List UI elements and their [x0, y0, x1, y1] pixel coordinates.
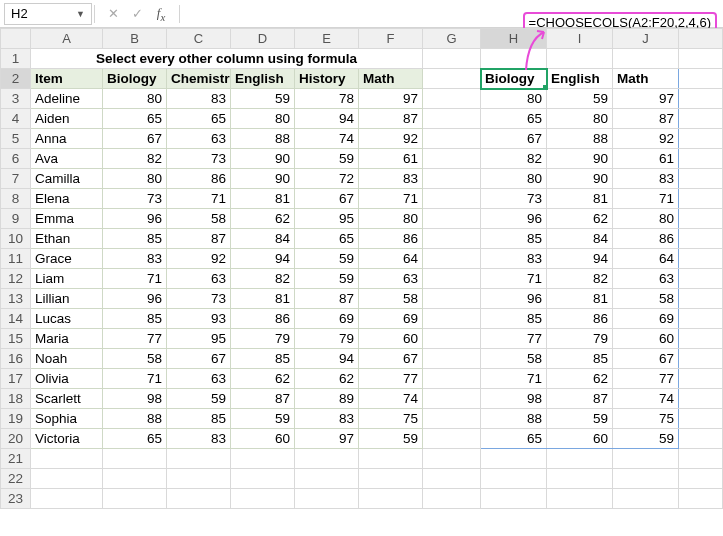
row-header-4[interactable]: 4	[1, 109, 31, 129]
cell-J18[interactable]: 74	[613, 389, 679, 409]
cell-A6[interactable]: Ava	[31, 149, 103, 169]
row-header-6[interactable]: 6	[1, 149, 31, 169]
cell-D13[interactable]: 81	[231, 289, 295, 309]
cell-B22[interactable]	[103, 469, 167, 489]
cell-D7[interactable]: 90	[231, 169, 295, 189]
cell-B13[interactable]: 96	[103, 289, 167, 309]
row-header-3[interactable]: 3	[1, 89, 31, 109]
column-header-E[interactable]: E	[295, 29, 359, 49]
cell-B19[interactable]: 88	[103, 409, 167, 429]
cell-D18[interactable]: 87	[231, 389, 295, 409]
cell-E17[interactable]: 62	[295, 369, 359, 389]
cell-A14[interactable]: Lucas	[31, 309, 103, 329]
cell-F7[interactable]: 83	[359, 169, 423, 189]
cell-D11[interactable]: 94	[231, 249, 295, 269]
cell-I13[interactable]: 81	[547, 289, 613, 309]
cell-E4[interactable]: 94	[295, 109, 359, 129]
cell-D14[interactable]: 86	[231, 309, 295, 329]
row-header-7[interactable]: 7	[1, 169, 31, 189]
cell-C23[interactable]	[167, 489, 231, 509]
cell-H13[interactable]: 96	[481, 289, 547, 309]
cell-A9[interactable]: Emma	[31, 209, 103, 229]
cell-I1[interactable]	[547, 49, 613, 69]
cell-D9[interactable]: 62	[231, 209, 295, 229]
cell-B8[interactable]: 73	[103, 189, 167, 209]
cell-D17[interactable]: 62	[231, 369, 295, 389]
column-header-I[interactable]: I	[547, 29, 613, 49]
cell-F17[interactable]: 77	[359, 369, 423, 389]
cell-E18[interactable]: 89	[295, 389, 359, 409]
cell-A16[interactable]: Noah	[31, 349, 103, 369]
cell-I8[interactable]: 81	[547, 189, 613, 209]
cell-F8[interactable]: 71	[359, 189, 423, 209]
cell-J2[interactable]: Math	[613, 69, 679, 89]
cell-D4[interactable]: 80	[231, 109, 295, 129]
cell-B23[interactable]	[103, 489, 167, 509]
cell-E11[interactable]: 59	[295, 249, 359, 269]
cell-B21[interactable]	[103, 449, 167, 469]
cell-H11[interactable]: 83	[481, 249, 547, 269]
cell-I11[interactable]: 94	[547, 249, 613, 269]
cell-D15[interactable]: 79	[231, 329, 295, 349]
cell-C3[interactable]: 83	[167, 89, 231, 109]
chevron-down-icon[interactable]: ▼	[76, 9, 85, 19]
cell-E13[interactable]: 87	[295, 289, 359, 309]
cell-J15[interactable]: 60	[613, 329, 679, 349]
cell-C21[interactable]	[167, 449, 231, 469]
cell-D8[interactable]: 81	[231, 189, 295, 209]
cell-A5[interactable]: Anna	[31, 129, 103, 149]
cell-F15[interactable]: 60	[359, 329, 423, 349]
cell-G8[interactable]	[423, 189, 481, 209]
column-header-G[interactable]: G	[423, 29, 481, 49]
fx-icon[interactable]: fx	[151, 5, 171, 23]
confirm-icon[interactable]: ✓	[127, 6, 147, 21]
row-header-2[interactable]: 2	[1, 69, 31, 89]
cell-A19[interactable]: Sophia	[31, 409, 103, 429]
cell-J21[interactable]	[613, 449, 679, 469]
cell-D21[interactable]	[231, 449, 295, 469]
cell-I3[interactable]: 59	[547, 89, 613, 109]
row-header-14[interactable]: 14	[1, 309, 31, 329]
cell-C22[interactable]	[167, 469, 231, 489]
row-header-12[interactable]: 12	[1, 269, 31, 289]
cell-C9[interactable]: 58	[167, 209, 231, 229]
cell-J8[interactable]: 71	[613, 189, 679, 209]
cell-E10[interactable]: 65	[295, 229, 359, 249]
row-header-22[interactable]: 22	[1, 469, 31, 489]
cell-J23[interactable]	[613, 489, 679, 509]
cell-C4[interactable]: 65	[167, 109, 231, 129]
cell-A21[interactable]	[31, 449, 103, 469]
cell-H17[interactable]: 71	[481, 369, 547, 389]
cell-G7[interactable]	[423, 169, 481, 189]
cell-I5[interactable]: 88	[547, 129, 613, 149]
cell-C6[interactable]: 73	[167, 149, 231, 169]
cell-H14[interactable]: 85	[481, 309, 547, 329]
cell-G14[interactable]	[423, 309, 481, 329]
column-header-B[interactable]: B	[103, 29, 167, 49]
cell-H8[interactable]: 73	[481, 189, 547, 209]
cell-F9[interactable]: 80	[359, 209, 423, 229]
cell-H12[interactable]: 71	[481, 269, 547, 289]
cell-F13[interactable]: 58	[359, 289, 423, 309]
cell-F21[interactable]	[359, 449, 423, 469]
cell-G15[interactable]	[423, 329, 481, 349]
cell-D3[interactable]: 59	[231, 89, 295, 109]
cell-B4[interactable]: 65	[103, 109, 167, 129]
cell-H2[interactable]: Biology	[481, 69, 547, 89]
cell-G3[interactable]	[423, 89, 481, 109]
cell-I2[interactable]: English	[547, 69, 613, 89]
cell-F19[interactable]: 75	[359, 409, 423, 429]
cell-J22[interactable]	[613, 469, 679, 489]
column-header-H[interactable]: H	[481, 29, 547, 49]
cell-F12[interactable]: 63	[359, 269, 423, 289]
cell-J3[interactable]: 97	[613, 89, 679, 109]
cell-G2[interactable]	[423, 69, 481, 89]
cell-I9[interactable]: 62	[547, 209, 613, 229]
cell-E22[interactable]	[295, 469, 359, 489]
cell-B16[interactable]: 58	[103, 349, 167, 369]
cell-A13[interactable]: Lillian	[31, 289, 103, 309]
cell-A10[interactable]: Ethan	[31, 229, 103, 249]
cell-H4[interactable]: 65	[481, 109, 547, 129]
cell-F18[interactable]: 74	[359, 389, 423, 409]
cell-J12[interactable]: 63	[613, 269, 679, 289]
